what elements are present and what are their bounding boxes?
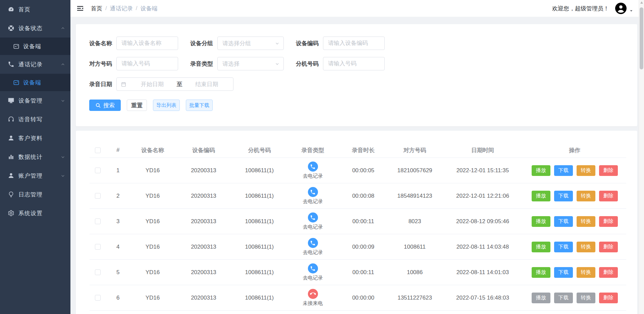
records-table: #设备名称设备编码分机号码录音类型录音时长对方号码日期时间操作1YD162020… xyxy=(90,143,626,311)
批量下载-button[interactable]: 批量下载 xyxy=(186,100,213,111)
filter-label: 对方号码 xyxy=(89,60,112,68)
terminal-icon xyxy=(13,43,19,50)
sidebar-item-通话记录[interactable]: 通话记录 xyxy=(0,55,70,74)
delete-button[interactable]: 删除 xyxy=(599,165,618,176)
play-button[interactable]: 播放 xyxy=(532,165,550,176)
breadcrumb-item-通话记录[interactable]: 通话记录 xyxy=(110,5,133,12)
delete-button[interactable]: 删除 xyxy=(599,267,618,278)
phone-outgoing-icon xyxy=(310,164,316,170)
download-button[interactable]: 下载 xyxy=(554,242,573,252)
record-type-label: 去电记录 xyxy=(303,173,323,179)
row-checkbox[interactable] xyxy=(95,269,101,275)
delete-button[interactable]: 删除 xyxy=(599,242,618,252)
device-name: YD16 xyxy=(130,295,175,301)
sidebar-menu: 首页设备状态设备端通话记录设备端设备管理语音转写客户资料数据统计账户管理日志管理… xyxy=(0,0,70,223)
filter-group-对方号码: 对方号码 xyxy=(89,57,178,70)
convert-button[interactable]: 转换 xyxy=(577,191,595,201)
sidebar-item-数据统计[interactable]: 数据统计 xyxy=(0,147,70,166)
calendar-icon xyxy=(121,81,126,87)
filter-input-分机号码[interactable] xyxy=(323,57,385,70)
row-checkbox[interactable] xyxy=(95,295,101,301)
page-scrollbar[interactable] xyxy=(639,0,644,314)
chevron-down-icon xyxy=(61,99,65,103)
sidebar-item-系统设置[interactable]: 系统设置 xyxy=(0,204,70,223)
headset-icon xyxy=(8,116,14,123)
breadcrumb-item-设备端[interactable]: 设备端 xyxy=(140,5,157,12)
row-checkbox[interactable] xyxy=(95,218,101,224)
play-button[interactable]: 播放 xyxy=(532,216,550,227)
sidebar-item-账户管理[interactable]: 账户管理 xyxy=(0,166,70,185)
daterange-separator: 至 xyxy=(175,80,184,88)
filter-buttons: 搜索重置导出列表批量下载 xyxy=(89,100,624,111)
sidebar-item-日志管理[interactable]: 日志管理 xyxy=(0,185,70,204)
filter-select-录音类型[interactable]: 请选择 xyxy=(217,57,284,70)
sidebar-item-设备状态[interactable]: 设备状态 xyxy=(0,19,70,38)
delete-button[interactable]: 删除 xyxy=(599,293,618,303)
daterange-start[interactable]: 开始日期 xyxy=(130,80,175,88)
convert-button[interactable]: 转换 xyxy=(577,267,595,278)
play-button[interactable]: 播放 xyxy=(532,267,550,278)
peer-number: 10086 xyxy=(387,269,442,276)
download-button[interactable]: 下载 xyxy=(554,267,573,278)
row-checkbox[interactable] xyxy=(95,193,101,199)
delete-button[interactable]: 删除 xyxy=(599,191,618,201)
button-label: 重置 xyxy=(131,102,143,109)
sidebar-item-客户资料[interactable]: 客户资料 xyxy=(0,129,70,147)
row-checkbox[interactable] xyxy=(95,244,101,250)
convert-button[interactable]: 转换 xyxy=(577,165,595,176)
download-button[interactable]: 下载 xyxy=(554,191,573,201)
device-name: YD16 xyxy=(130,218,175,225)
header-right: 欢迎您，超级管理员！ xyxy=(552,3,633,14)
caret-down-icon[interactable] xyxy=(629,9,633,13)
select-all-checkbox[interactable] xyxy=(95,147,101,153)
download-button[interactable]: 下载 xyxy=(554,165,573,176)
sidebar-item-设备端[interactable]: 设备端 xyxy=(0,38,70,55)
delete-button[interactable]: 删除 xyxy=(599,216,618,227)
play-button[interactable]: 播放 xyxy=(532,293,550,303)
filter-input-设备编码[interactable] xyxy=(323,37,385,50)
menu-fold-icon[interactable] xyxy=(76,4,84,12)
device-code: 20200313 xyxy=(175,244,232,250)
sidebar-item-首页[interactable]: 首页 xyxy=(0,0,70,19)
chevron-down-icon xyxy=(61,155,65,159)
sidebar-item-label: 首页 xyxy=(18,6,31,13)
ext-number: 1008611(1) xyxy=(232,218,287,225)
breadcrumb-item-首页[interactable]: 首页 xyxy=(91,5,102,12)
play-button[interactable]: 播放 xyxy=(532,242,550,252)
filter-group-设备分组: 设备分组请选择分组 xyxy=(190,37,284,50)
record-type-label: 去电记录 xyxy=(303,198,323,205)
filter-label: 录音类型 xyxy=(190,60,213,68)
record-type-cell: 去电记录 xyxy=(286,212,339,230)
user-icon xyxy=(8,172,14,179)
daterange-end[interactable]: 结束日期 xyxy=(184,80,229,88)
sidebar-item-设备端[interactable]: 设备端 xyxy=(0,74,70,91)
device-code: 20200313 xyxy=(175,295,232,301)
record-type-cell: 未接来电 xyxy=(286,289,339,307)
scrollbar-thumb[interactable] xyxy=(640,7,643,69)
filter-daterange[interactable]: 开始日期至结束日期 xyxy=(116,77,233,91)
table-row: 2YD16202003131008611(1)去电记录00:00:0818548… xyxy=(90,183,626,209)
main-column: 首页/通话记录/设备端 欢迎您，超级管理员！ 设备名称设备分组请选择分组设备编码… xyxy=(70,0,644,314)
filter-input-设备名称[interactable] xyxy=(116,37,178,50)
search-button[interactable]: 搜索 xyxy=(89,100,121,111)
play-button[interactable]: 播放 xyxy=(532,191,550,201)
sidebar-item-语音转写[interactable]: 语音转写 xyxy=(0,110,70,129)
user-avatar-icon[interactable] xyxy=(615,3,627,14)
导出列表-button[interactable]: 导出列表 xyxy=(153,100,180,111)
convert-button[interactable]: 转换 xyxy=(577,242,595,252)
convert-button[interactable]: 转换 xyxy=(577,216,595,227)
terminal-icon xyxy=(13,79,19,86)
sidebar-item-设备管理[interactable]: 设备管理 xyxy=(0,91,70,110)
download-button[interactable]: 下载 xyxy=(554,216,573,227)
重置-button[interactable]: 重置 xyxy=(127,100,147,111)
filter-select-设备分组[interactable]: 请选择分组 xyxy=(217,37,284,50)
convert-button[interactable]: 转换 xyxy=(577,293,595,303)
record-datetime: 2022-12-01 15:11:35 xyxy=(442,167,523,174)
sidebar-item-label: 设备端 xyxy=(23,43,41,50)
row-checkbox[interactable] xyxy=(95,168,101,173)
sidebar-item-label: 通话记录 xyxy=(18,61,43,68)
record-datetime: 2022-08-12 09:05:46 xyxy=(442,218,523,225)
download-button[interactable]: 下载 xyxy=(554,293,573,303)
filter-input-对方号码[interactable] xyxy=(116,57,178,70)
scrollbar-up-arrow[interactable] xyxy=(640,1,643,4)
